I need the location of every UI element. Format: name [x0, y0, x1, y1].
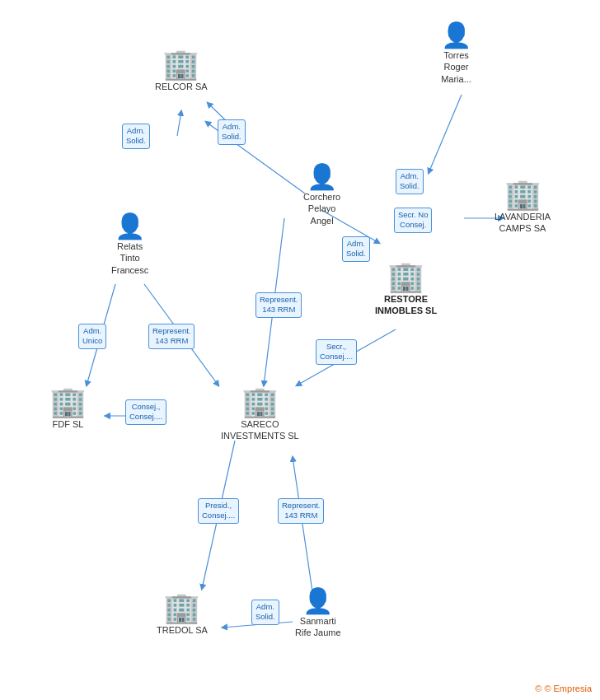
torres-icon: 👤	[441, 23, 471, 48]
badge-represent-2[interactable]: Represent.143 RRM	[255, 292, 302, 318]
badge-secr-consej[interactable]: Secr.,Consej....	[316, 339, 357, 365]
relats-node: 👤 RelatsTintoFrancesc	[111, 214, 148, 276]
fdf-icon: 🏢	[49, 387, 87, 417]
sanmarti-node: 👤 SanmartiRife Jaume	[295, 589, 341, 639]
badge-presid-consej[interactable]: Presid.,Consej....	[198, 498, 239, 524]
fdf-node: 🏢 FDF SL	[49, 387, 87, 430]
badge-represent-1[interactable]: Represent.143 RRM	[148, 324, 195, 349]
badge-adm-solid-1[interactable]: Adm.Solid.	[122, 124, 150, 149]
restore-icon: 🏢	[387, 262, 424, 292]
corchero-icon: 👤	[307, 165, 337, 189]
tredol-node: 🏢 TREDOL SA	[157, 593, 208, 636]
lavanderia-node: 🏢 LAVANDERIACAMPS SA	[495, 180, 551, 235]
relcor-label: RELCOR SA	[155, 81, 208, 92]
sanmarti-label: SanmartiRife Jaume	[295, 615, 341, 639]
watermark: © © Empresia	[535, 684, 592, 693]
badge-adm-solid-3[interactable]: Adm.Solid.	[396, 169, 424, 194]
watermark-text: © Empresia	[544, 684, 592, 693]
svg-line-13	[177, 111, 181, 136]
relats-icon: 👤	[115, 214, 145, 239]
fdf-label: FDF SL	[53, 418, 84, 430]
corchero-node: 👤 CorcheroPelayoAngel	[303, 165, 340, 226]
lavanderia-icon: 🏢	[504, 180, 541, 209]
badge-represent-3[interactable]: Represent.143 RRM	[278, 498, 324, 524]
badge-adm-unico[interactable]: Adm.Unico	[78, 324, 106, 349]
corchero-label: CorcheroPelayoAngel	[303, 191, 340, 226]
tredol-icon: 🏢	[163, 593, 200, 623]
restore-label: RESTOREINMOBLES SL	[375, 293, 437, 317]
sanmarti-icon: 👤	[302, 589, 333, 614]
relcor-node: 🏢 RELCOR SA	[155, 49, 208, 92]
sareco-label: SARECOINVESTMENTS SL	[221, 418, 299, 442]
lavanderia-label: LAVANDERIACAMPS SA	[495, 211, 551, 235]
badge-secr-no-consej[interactable]: Secr. NoConsej.	[394, 208, 432, 233]
watermark-symbol: ©	[535, 684, 541, 693]
badge-consej[interactable]: Consej.,Consej....	[125, 399, 166, 425]
torres-node: 👤 TorresRogerMaria...	[441, 23, 471, 85]
diagram-canvas: 🏢 RELCOR SA 👤 TorresRogerMaria... 👤 Corc…	[0, 0, 600, 700]
svg-line-12	[293, 457, 313, 597]
relats-label: RelatsTintoFrancesc	[111, 240, 148, 276]
tredol-label: TREDOL SA	[157, 624, 208, 636]
sareco-icon: 🏢	[241, 387, 279, 417]
badge-adm-solid-2[interactable]: Adm.Solid.	[218, 119, 246, 145]
torres-label: TorresRogerMaria...	[441, 49, 471, 85]
badge-adm-solid-4[interactable]: Adm.Solid.	[342, 236, 370, 262]
relcor-icon: 🏢	[162, 49, 199, 79]
sareco-node: 🏢 SARECOINVESTMENTS SL	[221, 387, 299, 442]
restore-node: 🏢 RESTOREINMOBLES SL	[375, 262, 437, 317]
badge-adm-solid-5[interactable]: Adm.Solid.	[251, 600, 279, 625]
svg-line-1	[429, 95, 462, 173]
